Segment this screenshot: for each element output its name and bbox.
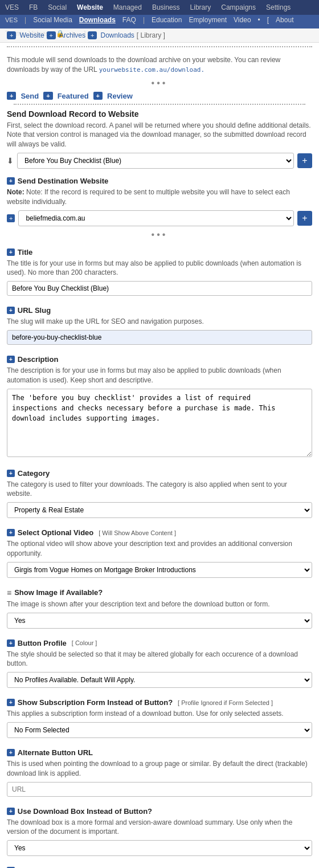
show-image-eq-icon: ≡ bbox=[7, 588, 11, 597]
download-box-select[interactable]: Yes No bbox=[7, 840, 312, 856]
download-select[interactable]: Before You Buy Checklist (Blue) bbox=[17, 153, 294, 169]
alt-url-plus-icon[interactable]: + bbox=[7, 749, 15, 756]
url-slug-plus-icon[interactable]: + bbox=[7, 307, 15, 314]
featured-link[interactable]: Featured bbox=[58, 92, 89, 100]
url-slug-header: + URL Slug bbox=[7, 306, 312, 315]
destination-plus-icon[interactable]: + bbox=[7, 177, 15, 185]
add-featured-button[interactable]: + bbox=[43, 92, 52, 100]
download-box-desc: The download box is a more formal and ve… bbox=[7, 818, 312, 837]
optional-video-desc: The optional video will show above your … bbox=[7, 539, 312, 559]
add-send-button[interactable]: + bbox=[7, 92, 16, 100]
url-slug-desc: The slug will make up the URL for SEO an… bbox=[7, 317, 312, 327]
destination-select-row: + beliefmedia.com.au + bbox=[7, 210, 312, 226]
breadcrumb-archives[interactable]: Archives bbox=[59, 31, 85, 39]
optional-video-plus-icon[interactable]: + bbox=[7, 529, 15, 536]
module-info: This module will send downloads to the d… bbox=[7, 55, 312, 75]
sec-nav-social-media[interactable]: Social Media bbox=[31, 15, 74, 25]
optional-video-header: + Select Optional Video [ Will Show Abov… bbox=[7, 528, 312, 537]
alt-url-desc: This is used when pointing the download … bbox=[7, 759, 312, 779]
breadcrumb-website[interactable]: Website bbox=[19, 31, 44, 39]
top-nav-social[interactable]: Social bbox=[46, 1, 68, 14]
add-website-button[interactable]: + bbox=[7, 31, 16, 39]
top-nav-campaigns[interactable]: Campaigns bbox=[219, 1, 257, 14]
download-select-row: ⬇ Before You Buy Checklist (Blue) + bbox=[7, 153, 312, 169]
subscription-form-plus-icon[interactable]: + bbox=[7, 699, 15, 706]
send-section-title: Send Download Record to Website bbox=[7, 109, 312, 119]
optional-video-badge: [ Will Show Above Content ] bbox=[99, 529, 176, 536]
description-textarea[interactable]: The 'before you buy checklist' provides … bbox=[7, 389, 312, 457]
category-desc: The category is used to filter your down… bbox=[7, 480, 312, 499]
description-header: + Description bbox=[7, 355, 312, 364]
module-url: yourwebsite.com.au/download. bbox=[99, 66, 205, 74]
top-nav-library[interactable]: Library bbox=[189, 1, 213, 14]
category-header: + Category bbox=[7, 469, 312, 478]
breadcrumb-downloads[interactable]: Downloads bbox=[100, 31, 134, 39]
url-slug-input[interactable] bbox=[7, 330, 312, 345]
top-nav-managed[interactable]: Managed bbox=[112, 1, 144, 14]
action-row: + Send + Featured + Review bbox=[7, 92, 312, 100]
dots-1: ••• bbox=[7, 78, 312, 88]
download-add-button[interactable]: + bbox=[297, 153, 312, 168]
sec-nav-downloads[interactable]: Downloads bbox=[77, 15, 117, 25]
top-nav-website[interactable]: Website bbox=[75, 1, 105, 14]
separator-2 bbox=[14, 104, 305, 105]
main-content: This module will send downloads to the d… bbox=[0, 51, 319, 868]
button-profile-desc: The style should be selected so that it … bbox=[7, 650, 312, 669]
category-plus-icon[interactable]: + bbox=[7, 470, 15, 477]
subscription-form-header: + Show Subscription Form Instead of Butt… bbox=[7, 698, 312, 707]
destination-add-button[interactable]: + bbox=[297, 211, 312, 226]
download-box-header: + Use Download Box Instead of Button? bbox=[7, 807, 312, 816]
button-profile-select[interactable]: No Profiles Available. Default Will Appl… bbox=[7, 672, 312, 688]
show-image-select[interactable]: Yes No bbox=[7, 613, 312, 629]
title-input[interactable] bbox=[7, 281, 312, 296]
send-destination-desc: Note: Note: If the record is required to… bbox=[7, 188, 312, 207]
optional-video-select[interactable]: Girgis from Vogue Homes on Mortgage Brok… bbox=[7, 562, 312, 578]
sec-nav-education[interactable]: Education bbox=[150, 15, 183, 25]
download-box-plus-icon[interactable]: + bbox=[7, 808, 15, 815]
show-image-header: ≡ Show Image if Available? bbox=[7, 588, 312, 597]
sec-nav-bullet: • bbox=[256, 15, 262, 25]
sec-nav-about[interactable]: About bbox=[274, 15, 295, 25]
description-desc: The description is for your use in forms… bbox=[7, 366, 312, 385]
subscription-form-desc: This applies a subscription form instead… bbox=[7, 709, 312, 719]
sec-nav-sep2: | bbox=[141, 15, 146, 25]
sec-nav-faq[interactable]: FAQ bbox=[121, 15, 138, 25]
destination-select[interactable]: beliefmedia.com.au bbox=[18, 210, 294, 226]
title-section-header: + Title bbox=[7, 248, 312, 256]
title-desc: The title is for your use in forms but m… bbox=[7, 259, 312, 278]
top-nav: VES FB Social Website Managed Business L… bbox=[0, 0, 319, 15]
category-select[interactable]: Property & Real Estate bbox=[7, 502, 312, 518]
subscription-form-badge: [ Profile Ignored if Form Selected ] bbox=[178, 699, 273, 706]
top-nav-business[interactable]: Business bbox=[150, 1, 182, 14]
add-review-button[interactable]: + bbox=[93, 92, 103, 100]
download-icon: ⬇ bbox=[7, 156, 14, 165]
review-link[interactable]: Review bbox=[107, 92, 133, 100]
top-nav-settings[interactable]: Settings bbox=[264, 1, 292, 14]
sec-nav-employment[interactable]: Employment bbox=[187, 15, 228, 25]
send-destination-title: + Send Destination Website bbox=[7, 177, 312, 185]
sec-nav-sep1: | bbox=[23, 15, 28, 25]
alt-url-header: + Alternate Button URL bbox=[7, 748, 312, 757]
send-section-desc: First, select the download record. A pan… bbox=[7, 121, 312, 149]
top-nav-fb[interactable]: FB bbox=[27, 1, 39, 14]
description-plus-icon[interactable]: + bbox=[7, 356, 15, 363]
breadcrumb-suffix: [ Library ] bbox=[137, 31, 165, 39]
sec-nav: VES | Social Media Downloads FAQ | Educa… bbox=[0, 15, 319, 28]
title-plus-icon[interactable]: + bbox=[7, 248, 15, 256]
separator-1 bbox=[7, 46, 312, 47]
button-profile-badge: [ Colour ] bbox=[72, 639, 97, 646]
show-image-desc: The image is shown after your descriptio… bbox=[7, 600, 312, 609]
subscription-form-select[interactable]: No Form Selected bbox=[7, 722, 312, 738]
add-downloads-button[interactable]: + bbox=[88, 31, 97, 39]
alt-url-input[interactable] bbox=[7, 782, 312, 797]
sec-nav-ves[interactable]: VES bbox=[3, 15, 19, 25]
button-profile-header: + Button Profile [ Colour ] bbox=[7, 639, 312, 647]
add-archives-button[interactable]: + bbox=[47, 31, 56, 39]
sec-nav-bracket-l: [ bbox=[265, 15, 271, 25]
dots-2: ••• bbox=[7, 230, 312, 240]
button-profile-plus-icon[interactable]: + bbox=[7, 639, 15, 647]
send-link[interactable]: Send bbox=[21, 92, 39, 100]
sec-nav-video[interactable]: Video bbox=[232, 15, 252, 25]
destination-small-plus[interactable]: + bbox=[7, 214, 15, 222]
top-nav-ves[interactable]: VES bbox=[3, 1, 21, 14]
